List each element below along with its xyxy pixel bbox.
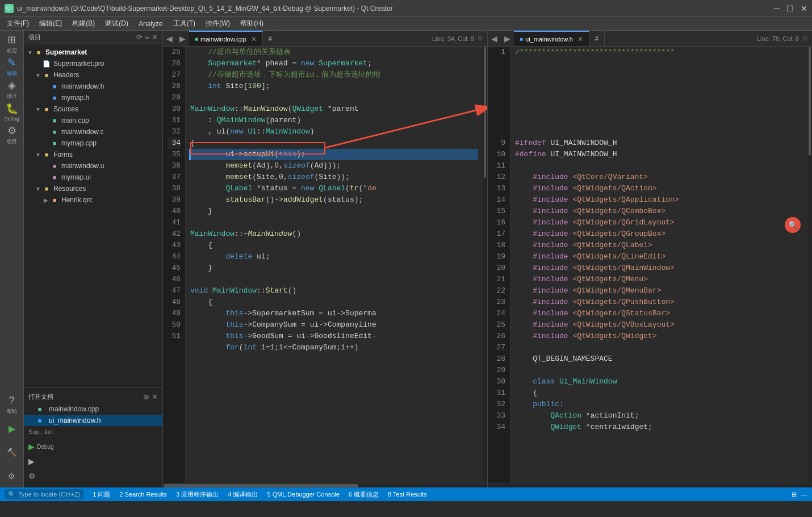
open-docs-panel: 打开文档 ⊕ ✕ ■ mainwindow.cpp ■ ui_mainwindo… [24, 387, 162, 487]
menu-tools[interactable]: 工具(T) [169, 18, 200, 30]
left-tab-hash[interactable]: # [263, 31, 278, 46]
tree-item-resources[interactable]: ▼ ■ Resources [24, 183, 162, 194]
h-icon-mainwindow: ■ [50, 82, 59, 91]
locate-search[interactable]: 🔍 Type to locate (Ctrl+Z) [5, 489, 83, 499]
run-button[interactable]: ▶ [2, 423, 22, 434]
menu-edit[interactable]: 编辑(E) [35, 18, 66, 30]
right-scrollbar[interactable] [807, 47, 812, 483]
menu-help[interactable]: 帮助(H) [236, 18, 268, 30]
left-scrollbar[interactable] [483, 47, 487, 483]
left-line-numbers: 25262728 29303132 34 35363738 39404142 4… [163, 47, 186, 483]
menu-controls[interactable]: 控件(W) [201, 18, 235, 30]
left-nav-next[interactable]: ▶ [176, 31, 189, 46]
collapse-label-text: Sup...ket [28, 428, 53, 435]
open-docs-header[interactable]: 打开文档 ⊕ ✕ [24, 390, 162, 403]
tree-item-mainwindow-ui[interactable]: ■ mainwindow.u [24, 160, 162, 172]
tree-item-forms[interactable]: ▼ ■ Forms [24, 149, 162, 160]
right-tab-hash[interactable]: # [589, 31, 605, 46]
open-doc-ui-mainwindow-label: ui_mainwindow.h [49, 416, 101, 424]
h-icon-od: ■ [35, 416, 44, 425]
maximize-button[interactable]: ☐ [786, 4, 794, 13]
status-search-results[interactable]: 2 Search Results [119, 491, 167, 498]
right-nav-prev[interactable]: ◀ [488, 31, 501, 46]
status-compile-label: 4 编译输出 [228, 490, 258, 499]
tree-arrow-sources: ▼ [34, 106, 42, 112]
tree-item-main-cpp[interactable]: ■ main.cpp [24, 115, 162, 126]
bottom-settings-button[interactable]: ⚙ [28, 469, 158, 483]
right-tab-close[interactable]: ✕ [577, 35, 583, 43]
search-highlight-button[interactable]: 🔍 [785, 217, 801, 233]
bottom-build-button[interactable]: ▶ [28, 455, 158, 468]
right-tab-ui-mainwindow[interactable]: ■ ui_mainwindow.h ✕ [514, 31, 589, 46]
ui-icon-mainwindow: ■ [50, 161, 59, 170]
debug-start-icon: ⚙ [8, 472, 15, 481]
sidebar-help[interactable]: ? 帮助 [1, 394, 23, 416]
menu-build[interactable]: 构建(B) [68, 18, 99, 30]
open-docs-buttons: ⊕ ✕ [143, 393, 158, 401]
tree-item-headers[interactable]: ▼ ■ Headers [24, 69, 162, 81]
tree-item-pro[interactable]: 📄 Supermarket.pro [24, 58, 162, 69]
bottom-run-icon: ▶ [28, 442, 35, 451]
status-right-icon2[interactable]: — [801, 491, 807, 498]
sidebar-debug[interactable]: 🐛 Debug [1, 101, 23, 123]
menu-analyze[interactable]: Analyze [134, 19, 168, 29]
minimize-button[interactable]: ─ [774, 4, 780, 13]
cpp-icon-mainwindow: ■ [50, 127, 59, 136]
edit-icon: ✎ [7, 56, 16, 69]
open-docs-add[interactable]: ⊕ [143, 393, 149, 401]
tree-item-root[interactable]: ▼ ■ Supermarket [24, 47, 162, 58]
sidebar-project[interactable]: ⚙ 项目 [1, 124, 23, 145]
close-button[interactable]: ✕ [801, 4, 807, 13]
status-compile-output[interactable]: 4 编译输出 [228, 490, 258, 499]
left-tab-mainwindow-cpp[interactable]: ■ mainwindow.cpp ✕ [189, 31, 263, 46]
build-run-button[interactable]: 🔨 [2, 447, 22, 458]
tree-item-mymap-h[interactable]: ■ mymap.h [24, 92, 162, 103]
tree-item-sources[interactable]: ▼ ■ Sources [24, 103, 162, 115]
left-tab-close[interactable]: ✕ [251, 35, 257, 43]
open-doc-mainwindow[interactable]: ■ mainwindow.cpp [24, 403, 162, 415]
right-hscrollbar[interactable] [488, 483, 812, 487]
status-app-output[interactable]: 3 应用程序输出 [176, 490, 219, 499]
menu-debug[interactable]: 调试(D) [101, 18, 133, 30]
status-summary-label: 6 概要信息 [349, 490, 379, 499]
menu-file[interactable]: 文件(F) [2, 18, 34, 30]
tree-item-mymap-ui[interactable]: ■ mymap.ui [24, 172, 162, 183]
left-nav-prev[interactable]: ◀ [163, 31, 176, 46]
right-code-content: 1 9101112 13141516 17181920 21222324 252… [488, 47, 812, 483]
menu-bar: 文件(F) 编辑(E) 构建(B) 调试(D) Analyze 工具(T) 控件… [0, 17, 812, 31]
bottom-settings-icon: ⚙ [28, 472, 36, 481]
left-code-wrapper: 25262728 29303132 34 35363738 39404142 4… [163, 47, 487, 487]
left-hscrollbar[interactable] [163, 483, 487, 487]
tree-item-mainwindow-cpp[interactable]: ■ mainwindow.c [24, 126, 162, 137]
tree-arrow-headers: ▼ [34, 72, 42, 78]
bottom-debug-button[interactable]: ▶ Debug [28, 440, 158, 453]
debug-start-button[interactable]: ⚙ [2, 470, 22, 482]
tree-item-mymap-cpp[interactable]: ■ mymap.cpp [24, 137, 162, 149]
sync-button[interactable]: ⟳ [136, 33, 143, 41]
filter-button[interactable]: ≡ [145, 33, 149, 41]
right-nav-next[interactable]: ▶ [501, 31, 514, 46]
open-docs-close[interactable]: ✕ [152, 393, 158, 401]
close-panel-button[interactable]: ✕ [152, 33, 158, 41]
search-placeholder[interactable]: Type to locate (Ctrl+Z) [18, 491, 80, 498]
tree-item-mainwindow-h[interactable]: ■ mainwindow.h [24, 81, 162, 92]
status-qml-debug[interactable]: 5 QML Debugger Console [267, 491, 339, 498]
status-test-label: 8 Test Results [388, 491, 427, 498]
status-right-icon1[interactable]: ⊞ [792, 491, 797, 498]
cpp-icon-od: ■ [35, 405, 44, 414]
project-icon: ⚙ [7, 124, 16, 137]
sidebar-design[interactable]: ◈ 设计 [1, 78, 23, 100]
tree-label-headers: Headers [53, 71, 79, 79]
open-doc-ui-mainwindow[interactable]: ■ ui_mainwindow.h [24, 415, 162, 426]
sidebar-edit[interactable]: ✎ 编辑 [1, 56, 23, 77]
status-summary[interactable]: 6 概要信息 [349, 490, 379, 499]
title-bar-controls: ─ ☐ ✕ [774, 4, 807, 13]
tree-label-mymap-h: mymap.h [61, 94, 89, 102]
title-bar: Qt ui_mainwindow.h (D:\Code\QT\build-Sup… [0, 0, 812, 17]
left-line-info: Line: 34, Col: 8 ⊞ [428, 31, 487, 46]
sidebar-welcome[interactable]: ⊞ 欢迎 [1, 33, 23, 55]
status-problems[interactable]: 1 问题 [93, 490, 110, 499]
status-test-results[interactable]: 8 Test Results [388, 491, 427, 498]
right-code-wrapper: 1 9101112 13141516 17181920 21222324 252… [488, 47, 812, 487]
tree-item-henrik-qrc[interactable]: ▶ ■ Henrik.qrc [24, 194, 162, 206]
